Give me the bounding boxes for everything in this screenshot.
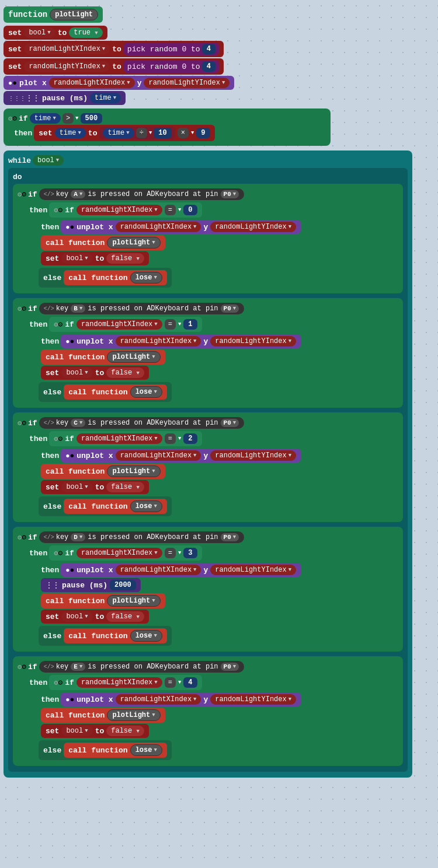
- key-d-block[interactable]: </> key D ▼ is pressed on ADKeyboard at …: [39, 531, 245, 543]
- else-d-row: else call function lose ▼: [18, 625, 398, 647]
- then-a-inner: then ● unplot x randomLightXIndex ▼ y ra…: [18, 220, 398, 265]
- gear-icon-a2: ⚙: [54, 205, 62, 215]
- pause-block[interactable]: ⋮⋮ pause (ms) time ▼: [4, 91, 126, 105]
- pin-p0-b[interactable]: P0 ▼: [220, 304, 240, 313]
- if-key-b-outer: ⚙ if </> key B ▼ is pressed on ADKeyboar…: [13, 298, 403, 408]
- if-key-b-header: ⚙ if </> key B ▼ is pressed on ADKeyboar…: [18, 303, 398, 314]
- set-x-block[interactable]: set randomLightXIndex ▼ to pick random 0…: [4, 41, 224, 57]
- time-var-2[interactable]: time ▼: [55, 128, 86, 138]
- gear-icon-e: ⚙: [18, 662, 26, 671]
- if-time-var[interactable]: time ▼: [30, 113, 61, 124]
- call-lose-a[interactable]: call function lose ▼: [64, 270, 167, 285]
- unplot-b[interactable]: ● unplot x randomLightXIndex ▼ y randomL…: [61, 334, 301, 348]
- if-key-a-header: ⚙ if </> key A ▼ is pressed on ADKeyboar…: [18, 188, 398, 200]
- pin-p0-c[interactable]: P0 ▼: [220, 418, 240, 428]
- key-a-pill[interactable]: A ▼: [70, 190, 86, 199]
- val-10: 10: [154, 128, 171, 138]
- key-d-pill[interactable]: D ▼: [70, 533, 86, 542]
- pick-random-y-block[interactable]: pick random 0 to 4: [124, 60, 219, 73]
- set-bool-row: set bool ▼ to true ▼: [4, 26, 434, 40]
- pick-random-x-block[interactable]: pick random 0 to 4: [124, 43, 219, 55]
- plot-y-var[interactable]: randomLightYIndex ▼: [144, 78, 230, 88]
- div-op[interactable]: ÷: [136, 128, 147, 138]
- gear-icon-b: ⚙: [18, 304, 26, 313]
- unplot-a[interactable]: ● unplot x randomLightXIndex ▼ y randomL…: [61, 220, 301, 234]
- plot-block[interactable]: ● plot x randomLightXIndex ▼ y randomLig…: [4, 76, 234, 90]
- function-name-pill[interactable]: plotLight: [50, 9, 98, 20]
- x-index-var[interactable]: randomLightXIndex ▼: [24, 44, 110, 54]
- pin-p0-d[interactable]: P0 ▼: [220, 533, 240, 542]
- time-var-3[interactable]: time ▼: [103, 128, 134, 138]
- while-bool-var[interactable]: bool ▼: [33, 155, 64, 166]
- set-bool-false-a: set bool ▼ to false ▼: [41, 251, 398, 265]
- set-x-index-row: set randomLightXIndex ▼ to pick random 0…: [4, 41, 434, 57]
- set-y-block[interactable]: set randomLightYIndex ▼ to pick random 0…: [4, 58, 224, 75]
- else-c-row: else call function lose ▼: [18, 495, 398, 517]
- pin-p0-a[interactable]: P0 ▼: [220, 190, 240, 199]
- if-time-header: ⚙ if time ▼ > ▼ 500: [8, 113, 326, 124]
- plot-x-var[interactable]: randomLightXIndex ▼: [49, 78, 135, 88]
- do-container: do ⚙ if </> key A ▼ is pressed on ADKeyb…: [8, 168, 408, 772]
- true-block[interactable]: true ▼: [69, 27, 102, 38]
- key-c-block[interactable]: </> key C ▼ is pressed on ADKeyboard at …: [39, 417, 245, 429]
- pause-time-var[interactable]: time ▼: [90, 93, 121, 103]
- pick-y-max[interactable]: 4: [202, 61, 215, 72]
- plot-row: ● plot x randomLightXIndex ▼ y randomLig…: [4, 76, 434, 90]
- val-1-b: 1: [183, 319, 197, 330]
- key-c-pill[interactable]: C ▼: [70, 418, 86, 428]
- then-c-inner: then ● unplot x randomLightXIndex ▼ y ra…: [18, 449, 398, 494]
- function-header-row: function plotLight: [4, 5, 434, 24]
- if-key-a-outer: ⚙ if </> key A ▼ is pressed on ADKeyboar…: [13, 184, 403, 293]
- grid-icon: ⋮⋮: [8, 94, 40, 103]
- val-9: 9: [196, 128, 210, 138]
- if-key-c-header: ⚙ if </> key C ▼ is pressed on ADKeyboar…: [18, 417, 398, 429]
- then-a-row: then ⚙ if randomLightXIndex ▼ = ▼ 0: [18, 201, 398, 219]
- bool-var-pill[interactable]: bool ▼: [24, 27, 55, 38]
- key-b-block[interactable]: </> key B ▼ is pressed on ADKeyboard at …: [39, 303, 245, 314]
- if-then-time-row: then set time ▼ to time ▼ ÷ ▼ 10 ×: [8, 125, 326, 141]
- mul-op[interactable]: ×: [178, 128, 189, 138]
- to-label: to: [58, 29, 67, 37]
- if-key-e-outer: ⚙ if </> key E ▼ is pressed on ADKeyboar…: [13, 656, 403, 766]
- dot-icon: ●: [8, 79, 17, 88]
- while-header: while bool ▼: [8, 155, 408, 166]
- else-a-row: else call function lose ▼: [18, 267, 398, 289]
- call-plotlight-a-block[interactable]: call function plotLight ▼: [41, 235, 165, 250]
- lose-fn-a[interactable]: lose ▼: [130, 272, 162, 284]
- set-x-label: set: [8, 45, 22, 54]
- gt-op[interactable]: >: [62, 113, 74, 124]
- gear-icon-b2: ⚙: [54, 320, 62, 329]
- while-container: while bool ▼ do ⚙ if </> key: [4, 150, 412, 778]
- key-b-pill[interactable]: B ▼: [70, 304, 86, 313]
- pause-2000-row: ⋮⋮ pause (ms) 2000: [41, 578, 398, 592]
- true-dropdown[interactable]: ▼: [95, 30, 98, 36]
- key-a-block[interactable]: </> key A ▼ is pressed on ADKeyboard at …: [39, 188, 245, 200]
- then-e-inner: then ● unplot x randomLightXIndex ▼ y ra…: [18, 692, 398, 738]
- then-b-row: then ⚙ if randomLightXIndex ▼ = ▼ 1: [18, 316, 398, 333]
- false-val-a[interactable]: false ▼: [106, 253, 144, 264]
- then-e-row: then ⚙ if randomLightXIndex ▼ = ▼ 4: [18, 674, 398, 691]
- pick-x-max[interactable]: 4: [202, 44, 215, 54]
- eq-op-a[interactable]: =: [165, 205, 176, 215]
- else-b-row: else call function lose ▼: [18, 381, 398, 403]
- set-bool-block[interactable]: set bool ▼ to true ▼: [4, 26, 107, 40]
- set-label: set: [8, 29, 22, 37]
- key-e-block[interactable]: </> key E ▼ is pressed on ADKeyboard at …: [39, 661, 245, 673]
- if-time-outer: ⚙ if time ▼ > ▼ 500 then set time ▼ to: [4, 108, 331, 146]
- val-0-a: 0: [183, 205, 197, 215]
- else-a-block: else call function lose ▼: [39, 268, 172, 288]
- gear-icon-1: ⚙: [8, 114, 17, 123]
- call-plotlight-a: call function plotLight ▼: [41, 235, 398, 250]
- x-index-a[interactable]: randomLightXIndex ▼: [77, 205, 162, 215]
- key-e-pill[interactable]: E ▼: [70, 662, 86, 671]
- function-block[interactable]: function plotLight: [4, 6, 103, 23]
- gear-icon-d: ⚙: [18, 533, 26, 542]
- plotlight-fn-pill-a[interactable]: plotLight ▼: [107, 237, 160, 249]
- gear-icon-a: ⚙: [18, 190, 26, 199]
- pin-p0-e[interactable]: P0 ▼: [220, 662, 240, 671]
- y-index-var[interactable]: randomLightYIndex ▼: [24, 61, 110, 72]
- then-b-inner: then ● unplot x randomLightXIndex ▼ y ra…: [18, 334, 398, 380]
- set-false-a-block[interactable]: set bool ▼ to false ▼: [41, 251, 149, 265]
- bool-dropdown-arrow[interactable]: ▼: [47, 30, 50, 36]
- set-time-block[interactable]: set time ▼ to time ▼ ÷ ▼ 10 × ▼ 9: [34, 125, 214, 141]
